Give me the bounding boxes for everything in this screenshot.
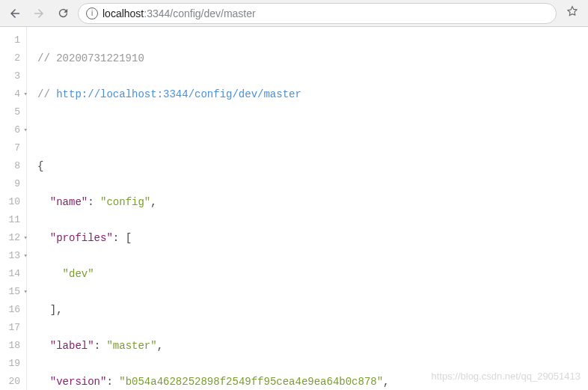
forward-button[interactable]	[30, 4, 48, 22]
code-viewer: 1 2 3 4 5 6 7 8 9 10 11 12 13 14 15 16 1…	[0, 27, 588, 390]
line-number: 3	[0, 67, 26, 85]
address-bar[interactable]: i localhost:3344/config/dev/master	[78, 3, 557, 24]
line-number: 14	[0, 265, 26, 283]
json-string: "config"	[100, 196, 150, 208]
json-key: "profiles"	[50, 232, 113, 244]
star-icon	[566, 4, 579, 18]
line-number: 9	[0, 175, 26, 193]
line-number: 20	[0, 373, 26, 390]
comment-line: // 20200731221910	[37, 52, 144, 64]
line-number: 16	[0, 301, 26, 319]
json-string: "dev"	[63, 268, 94, 280]
json-key: "label"	[50, 340, 94, 352]
line-number[interactable]: 13	[0, 247, 26, 265]
json-string: "master"	[106, 340, 156, 352]
line-number: 2	[0, 49, 26, 67]
url-path: :3344/config/dev/master	[144, 7, 255, 19]
back-button[interactable]	[6, 4, 24, 22]
line-number[interactable]: 4	[0, 85, 26, 103]
line-number: 1	[0, 31, 26, 49]
line-number: 10	[0, 193, 26, 211]
line-number: 19	[0, 355, 26, 373]
url-host: localhost	[102, 7, 144, 19]
line-number[interactable]: 12	[0, 229, 26, 247]
json-string: "b054a4628252898f2549ff95cea4e9ea64b0c87…	[119, 376, 383, 388]
line-number: 5	[0, 103, 26, 121]
reload-button[interactable]	[54, 4, 72, 22]
json-key: "name"	[50, 196, 88, 208]
info-icon: i	[86, 7, 98, 19]
comment-url: http://localhost:3344/config/dev/master	[56, 88, 301, 100]
reload-icon	[57, 7, 70, 19]
arrow-right-icon	[32, 7, 46, 20]
line-number: 18	[0, 337, 26, 355]
line-number: 17	[0, 319, 26, 337]
line-number[interactable]: 6	[0, 121, 26, 139]
code-content[interactable]: // 20200731221910 // http://localhost:33…	[27, 27, 588, 390]
url-text: localhost:3344/config/dev/master	[102, 7, 256, 19]
brace: {	[37, 160, 43, 172]
bookmark-button[interactable]	[563, 4, 582, 22]
line-number[interactable]: 15	[0, 283, 26, 301]
comment-prefix: //	[37, 88, 56, 100]
line-number: 7	[0, 139, 26, 157]
browser-toolbar: i localhost:3344/config/dev/master	[0, 0, 588, 27]
arrow-left-icon	[8, 7, 22, 20]
json-key: "version"	[50, 376, 107, 388]
line-number: 11	[0, 211, 26, 229]
line-number: 8	[0, 157, 26, 175]
line-gutter: 1 2 3 4 5 6 7 8 9 10 11 12 13 14 15 16 1…	[0, 27, 27, 390]
